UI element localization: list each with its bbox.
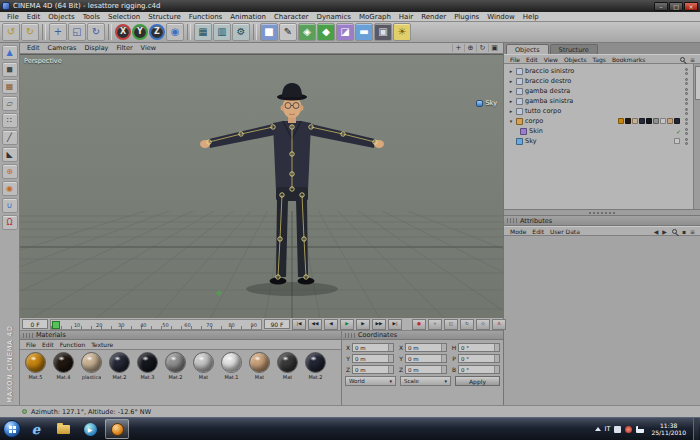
current-frame-field[interactable]: 0 F xyxy=(22,319,48,329)
mat-menu-file[interactable]: File xyxy=(23,341,39,348)
menu-help[interactable]: Help xyxy=(519,13,543,21)
expand-icon[interactable]: ▸ xyxy=(508,88,514,94)
record-rotation-button[interactable]: ↻ xyxy=(460,319,474,330)
add-deformer-button[interactable]: ◪ xyxy=(336,23,354,41)
language-indicator[interactable]: IT xyxy=(605,425,611,433)
attr-search-icon[interactable] xyxy=(672,229,677,234)
size-y-field[interactable]: 0 m xyxy=(405,354,447,363)
filter-icon[interactable]: ≡ xyxy=(688,56,697,63)
pos-z-field[interactable]: 0 m xyxy=(352,365,394,374)
visibility-dots[interactable] xyxy=(685,118,688,125)
make-editable-button[interactable]: ▲ xyxy=(2,45,18,60)
material-item[interactable]: Mat xyxy=(247,352,272,380)
om-menu-tags[interactable]: Tags xyxy=(590,56,609,63)
render-picture-viewer-button[interactable]: ▥ xyxy=(213,23,231,41)
grip-icon[interactable] xyxy=(23,333,33,338)
mat-menu-edit[interactable]: Edit xyxy=(39,341,57,348)
pos-y-field[interactable]: 0 m xyxy=(352,354,394,363)
texture-tags[interactable] xyxy=(618,118,680,124)
tab-objects[interactable]: Objects xyxy=(506,44,549,54)
texture-tag[interactable] xyxy=(646,118,652,124)
om-menu-view[interactable]: View xyxy=(541,56,561,63)
end-frame-field[interactable]: 90 F xyxy=(264,319,290,329)
menu-character[interactable]: Character xyxy=(270,13,313,21)
search-icon[interactable] xyxy=(680,57,685,62)
viewport-menu-filter[interactable]: Filter xyxy=(112,44,136,52)
add-nurbs-button[interactable]: ◈ xyxy=(298,23,316,41)
autokey-button[interactable]: A xyxy=(492,319,506,330)
snap-button[interactable]: ∪ xyxy=(2,198,18,213)
undo-button[interactable]: ↺ xyxy=(2,23,20,41)
menu-edit[interactable]: Edit xyxy=(23,13,45,21)
magnet-button[interactable]: Ω xyxy=(2,215,18,230)
sky-object-label[interactable]: Sky xyxy=(476,99,497,107)
attr-menu-edit[interactable]: Edit xyxy=(529,228,547,235)
menu-window[interactable]: Window xyxy=(483,13,519,21)
texture-tag[interactable] xyxy=(625,118,631,124)
zoom-view-icon[interactable]: ⊕ xyxy=(464,44,476,52)
visibility-dots[interactable] xyxy=(685,128,688,135)
minimize-button[interactable]: – xyxy=(654,2,668,11)
grip-icon[interactable] xyxy=(507,218,517,223)
rot-b-field[interactable]: 0 ° xyxy=(458,365,500,374)
cinema4d-taskbar-button[interactable] xyxy=(105,419,129,439)
record-scale-button[interactable]: ◱ xyxy=(444,319,458,330)
object-row-corpo[interactable]: ▾ corpo xyxy=(506,116,692,126)
tray-expand-icon[interactable] xyxy=(595,427,601,431)
orbit-view-icon[interactable]: ↻ xyxy=(476,44,488,52)
playhead[interactable] xyxy=(52,321,60,329)
expand-icon[interactable]: ▸ xyxy=(508,68,514,74)
timeline-ruler[interactable]: 010 2030 4050 6070 8090 xyxy=(50,319,262,330)
enable-axis-button[interactable]: ⊕ xyxy=(2,164,18,179)
rotate-tool-button[interactable]: ↻ xyxy=(87,23,105,41)
object-row-gamba-sinistra[interactable]: ▸ gamba sinistra xyxy=(506,96,692,106)
size-x-field[interactable]: 0 m xyxy=(405,343,447,352)
scale-mode-dropdown[interactable]: Scale xyxy=(400,376,451,386)
expand-icon[interactable]: ▸ xyxy=(508,78,514,84)
expand-icon[interactable]: ▸ xyxy=(508,108,514,114)
material-item[interactable]: Mat xyxy=(275,352,300,380)
add-light-button[interactable]: ☀ xyxy=(393,23,411,41)
texture-tag[interactable] xyxy=(660,118,666,124)
edges-mode-button[interactable]: ╱ xyxy=(2,130,18,145)
attr-menu-mode[interactable]: Mode xyxy=(507,228,529,235)
close-button[interactable]: × xyxy=(684,2,698,11)
toggle-panels-icon[interactable]: ▣ xyxy=(488,44,500,52)
rot-p-field[interactable]: 0 ° xyxy=(458,354,500,363)
size-z-field[interactable]: 0 m xyxy=(405,365,447,374)
maximize-button[interactable]: □ xyxy=(669,2,683,11)
om-menu-file[interactable]: File xyxy=(507,56,523,63)
lock-icon[interactable]: ▪ xyxy=(680,228,688,235)
material-item[interactable]: Mat.1 xyxy=(219,352,244,380)
next-key-button[interactable]: ▶▶ xyxy=(372,319,386,330)
network-icon[interactable] xyxy=(636,426,644,433)
texture-tag[interactable] xyxy=(667,118,673,124)
menu-animation[interactable]: Animation xyxy=(226,13,270,21)
options-icon[interactable]: ≡ xyxy=(688,228,697,235)
texture-tag[interactable] xyxy=(674,118,680,124)
object-row-braccio-destro[interactable]: ▸ braccio destro xyxy=(506,76,692,86)
texture-tag[interactable] xyxy=(618,118,624,124)
viewport-menu-cameras[interactable]: Cameras xyxy=(44,44,81,52)
viewport-menu-edit[interactable]: Edit xyxy=(23,44,44,52)
record-parameter-button[interactable]: ◇ xyxy=(476,319,490,330)
visibility-dots[interactable] xyxy=(685,88,688,95)
material-item[interactable]: Mat.2 xyxy=(107,352,132,380)
menu-render[interactable]: Render xyxy=(417,13,450,21)
menu-objects[interactable]: Objects xyxy=(44,13,78,21)
move-tool-button[interactable]: + xyxy=(49,23,67,41)
add-modeling-button[interactable]: ◆ xyxy=(317,23,335,41)
prev-key-button[interactable]: ◀◀ xyxy=(308,319,322,330)
redo-button[interactable]: ↻ xyxy=(21,23,39,41)
add-environment-button[interactable]: ▬ xyxy=(355,23,373,41)
object-row-gamba-destra[interactable]: ▸ gamba destra xyxy=(506,86,692,96)
om-menu-objects[interactable]: Objects xyxy=(561,56,590,63)
collapse-icon[interactable]: ▾ xyxy=(508,118,514,124)
visibility-dots[interactable] xyxy=(685,68,688,75)
taskbar-clock[interactable]: 11:38 25/11/2010 xyxy=(648,422,689,437)
menu-functions[interactable]: Functions xyxy=(185,13,226,21)
material-item[interactable]: Mat.4 xyxy=(51,352,76,380)
render-settings-button[interactable]: ⚙ xyxy=(232,23,250,41)
viewport-canvas[interactable]: Perspective Sky xyxy=(20,54,503,318)
mat-menu-texture[interactable]: Texture xyxy=(88,341,116,348)
